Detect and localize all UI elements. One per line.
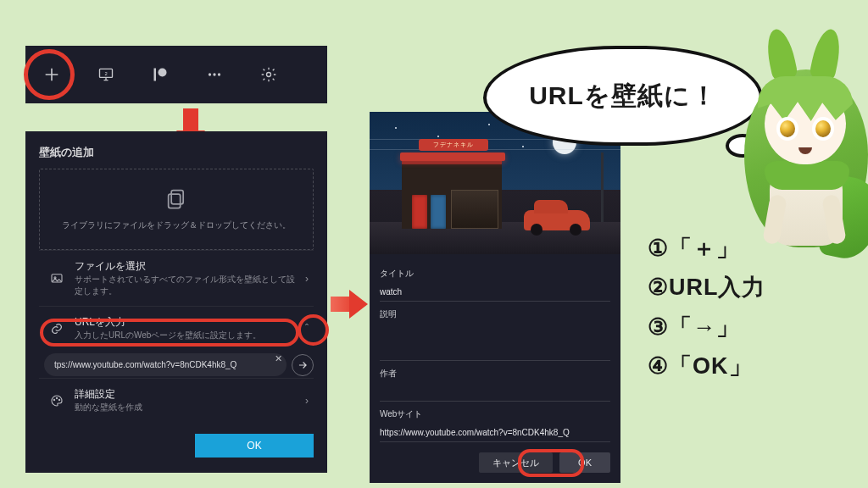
clear-icon[interactable]: ✕ [270,353,287,364]
step-1: ①「＋」 [648,229,766,268]
wallpaper-meta-panel: フデナネキル タイトル 説明 作者 Webサイト キャンセル OK [370,112,620,483]
step-4: ④「OK」 [648,347,766,385]
option-file-title: ファイルを選択 [75,259,297,274]
option-file[interactable]: ファイルを選択 サポートされているすべてのファイル形式を壁紙として設定します。 … [39,250,314,306]
ok-button[interactable]: OK [195,434,314,458]
svg-rect-2 [154,69,157,81]
chevron-right-icon: › [305,273,309,285]
svg-point-5 [213,73,215,75]
image-icon [47,272,66,286]
svg-rect-8 [171,191,183,204]
more-icon[interactable] [195,55,234,94]
add-wallpaper-panel: 壁紙の追加 ライブラリにファイルをドラッグ＆ドロップしてください。 ファイルを選… [25,131,327,473]
option-file-sub: サポートされているすべてのファイル形式を壁紙として設定します。 [75,274,297,297]
svg-point-6 [218,73,220,75]
cancel-button[interactable]: キャンセル [479,452,553,473]
svg-point-4 [209,73,211,75]
option-adv-title: 詳細設定 [75,387,297,402]
dropzone-hint: ライブラリにファイルをドラッグ＆ドロップしてください。 [62,219,291,231]
speech-bubble: URLを壁紙に！ [483,46,763,146]
label-desc: 説明 [380,308,610,320]
display-icon[interactable]: 2 [86,55,125,94]
step-2: ②URL入力 [648,268,766,307]
panel-title: 壁紙の追加 [39,145,314,160]
gear-icon[interactable] [249,55,288,94]
patreon-icon[interactable] [141,55,180,94]
link-icon [47,322,66,336]
option-url-title: URLを入力 [75,315,297,330]
url-input[interactable] [44,353,287,376]
svg-text:2: 2 [104,71,107,76]
desc-input[interactable] [380,324,610,361]
label-author: 作者 [380,368,610,380]
step-3: ③「→」 [648,308,766,347]
label-site: Webサイト [380,408,610,420]
website-input[interactable] [380,424,610,442]
label-title: タイトル [380,268,610,280]
option-url[interactable]: URLを入力 入力したURLのWebページを壁紙に設定します。 ˆ [39,306,314,350]
dropzone[interactable]: ライブラリにファイルをドラッグ＆ドロップしてください。 [39,169,314,250]
option-url-sub: 入力したURLのWebページを壁紙に設定します。 [75,330,297,341]
svg-point-3 [159,69,167,77]
palette-icon [47,394,66,408]
author-input[interactable] [380,383,610,402]
svg-rect-9 [169,194,181,208]
chevron-up-icon: ˆ [305,323,309,335]
option-adv-sub: 動的な壁紙を作成 [75,402,297,413]
toolbar: 2 [25,46,327,103]
go-button[interactable] [292,354,314,376]
title-input[interactable] [380,283,610,302]
ok-button[interactable]: OK [559,452,610,473]
chevron-right-icon: › [305,395,309,407]
option-advanced[interactable]: 詳細設定 動的な壁紙を作成 › [39,378,314,422]
svg-point-7 [267,73,271,77]
svg-point-13 [56,397,57,398]
svg-point-14 [58,399,59,400]
svg-point-12 [53,399,54,400]
arrow-right-icon [331,290,368,319]
add-button[interactable] [32,55,71,94]
steps-list: ①「＋」 ②URL入力 ③「→」 ④「OK」 [648,229,766,386]
store-sign: フデナネキル [419,139,488,151]
